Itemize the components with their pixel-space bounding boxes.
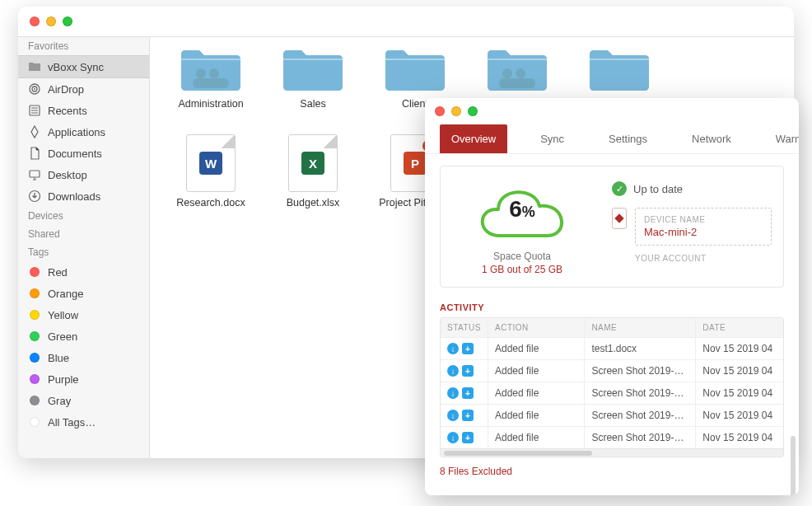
tag-icon <box>28 415 41 429</box>
column-header[interactable]: ACTION <box>488 318 585 337</box>
sidebar-item[interactable]: Downloads <box>18 185 149 207</box>
maximize-icon[interactable] <box>468 106 478 116</box>
sidebar-item[interactable]: Orange <box>18 283 149 304</box>
column-header[interactable]: DATE <box>696 318 783 337</box>
cloud-icon: 6% <box>469 178 576 247</box>
download-icon: ↓ <box>447 365 459 377</box>
tab-network[interactable]: Network <box>680 124 743 153</box>
sidebar-item[interactable]: AirDrop <box>18 78 149 100</box>
apps-icon <box>28 125 41 138</box>
sidebar-item[interactable]: Gray <box>18 390 149 411</box>
add-icon: + <box>462 365 474 377</box>
svg-rect-8 <box>193 78 229 88</box>
horizontal-scrollbar[interactable] <box>441 448 783 457</box>
folder-item[interactable]: Administration <box>161 45 260 110</box>
name-cell: test1.docx <box>585 338 696 359</box>
sidebar-item[interactable]: Green <box>18 326 149 347</box>
tag-icon <box>28 351 41 364</box>
tab-warnings[interactable]: Warnings <box>764 124 799 153</box>
date-cell: Nov 15 2019 04 <box>696 338 783 359</box>
maximize-icon[interactable] <box>63 16 72 26</box>
folder-icon <box>280 45 346 93</box>
folder-icon <box>178 45 244 93</box>
name-cell: Screen Shot 2019-11-15 a... <box>585 382 696 404</box>
quota-label: Space Quota <box>493 251 551 262</box>
your-account-label: YOUR ACCOUNT <box>635 254 772 263</box>
device-box[interactable]: DEVICE NAME Mac-mini-2 <box>635 208 772 246</box>
sidebar-item[interactable]: Recents <box>18 100 149 121</box>
sidebar-item[interactable]: Desktop <box>18 164 149 185</box>
sidebar-item[interactable]: Yellow <box>18 304 149 326</box>
status-cell: ↓+ <box>441 405 488 426</box>
folder-item[interactable]: Sales <box>264 45 362 110</box>
sidebar-item-label: All Tags… <box>48 416 96 429</box>
svg-point-10 <box>516 68 525 78</box>
column-header[interactable]: STATUS <box>441 318 488 337</box>
sync-tabs: OverviewSyncSettingsNetworkWarnings <box>425 124 799 154</box>
folder-label: Administration <box>178 98 243 110</box>
tab-settings[interactable]: Settings <box>597 124 659 153</box>
file-item[interactable]: WResearch.docx <box>161 134 260 208</box>
folder-icon <box>28 60 41 73</box>
sidebar-item[interactable]: Documents <box>18 143 149 164</box>
vertical-scrollbar[interactable] <box>791 436 796 495</box>
sidebar-item-label: Desktop <box>48 169 87 181</box>
sidebar-item-label: Orange <box>48 288 83 300</box>
add-icon: + <box>462 410 474 421</box>
table-row[interactable]: ↓+Added fileScreen Shot 2019-11-15 a...N… <box>441 382 783 404</box>
status-cell: ↓+ <box>441 382 488 404</box>
files-excluded[interactable]: 8 Files Excluded <box>440 466 784 477</box>
status-cell: ↓+ <box>441 427 488 448</box>
add-icon: + <box>462 343 474 354</box>
action-cell: Added file <box>488 405 585 426</box>
table-row[interactable]: ↓+Added filetest1.docxNov 15 2019 04 <box>441 337 783 359</box>
tab-overview[interactable]: Overview <box>440 124 507 153</box>
date-cell: Nov 15 2019 04 <box>696 427 783 448</box>
add-icon: + <box>462 387 474 399</box>
airdrop-icon <box>28 82 41 96</box>
action-cell: Added file <box>488 427 585 448</box>
sidebar-item[interactable]: Red <box>18 261 149 283</box>
desktop-icon <box>28 168 41 181</box>
file-label: Budget.xlsx <box>287 197 340 208</box>
action-cell: Added file <box>488 360 585 382</box>
table-row[interactable]: ↓+Added fileScreen Shot 2019-11-15 a...N… <box>441 426 783 448</box>
table-row[interactable]: ↓+Added fileScreen Shot 2019-11-15 a...N… <box>441 359 783 382</box>
sidebar-item-label: Recents <box>48 105 87 117</box>
close-icon[interactable] <box>30 16 40 26</box>
sidebar-item-label: Green <box>48 330 77 343</box>
activity-heading: ACTIVITY <box>440 302 784 312</box>
sidebar-item[interactable]: Purple <box>18 368 149 390</box>
close-icon[interactable] <box>435 106 445 116</box>
finder-traffic-lights <box>18 7 794 36</box>
minimize-icon[interactable] <box>451 106 461 116</box>
tag-icon <box>28 265 41 279</box>
sidebar-item[interactable]: Blue <box>18 347 149 368</box>
svg-point-6 <box>196 68 206 78</box>
quota-percent: 6 <box>509 196 522 222</box>
file-item[interactable]: XBudget.xlsx <box>264 134 362 208</box>
recents-icon <box>28 104 41 117</box>
sidebar-section-header: Devices <box>18 207 149 225</box>
column-header[interactable]: NAME <box>585 318 696 337</box>
file-icon: W <box>186 134 236 192</box>
sidebar-item[interactable]: All Tags… <box>18 411 149 433</box>
tag-icon <box>28 394 41 407</box>
tag-icon <box>28 308 41 321</box>
sidebar-item[interactable]: vBoxx Sync <box>18 55 149 78</box>
sidebar-item-label: Gray <box>48 395 71 407</box>
sidebar-item-label: Purple <box>48 373 79 386</box>
tag-icon <box>28 372 41 386</box>
device-name: Mac-mini-2 <box>644 226 763 238</box>
table-row[interactable]: ↓+Added fileScreen Shot 2019-11-15 a...N… <box>441 404 783 426</box>
svg-point-9 <box>502 68 512 78</box>
tab-sync[interactable]: Sync <box>529 124 576 153</box>
sidebar-item[interactable]: Applications <box>18 121 149 143</box>
sidebar-item-label: Red <box>48 266 68 279</box>
file-label: Research.docx <box>176 197 245 208</box>
minimize-icon[interactable] <box>46 16 56 26</box>
sidebar-item-label: Blue <box>48 352 69 364</box>
status-cell: ↓+ <box>441 338 488 359</box>
device-icon <box>612 208 627 229</box>
folder-icon <box>484 45 550 93</box>
